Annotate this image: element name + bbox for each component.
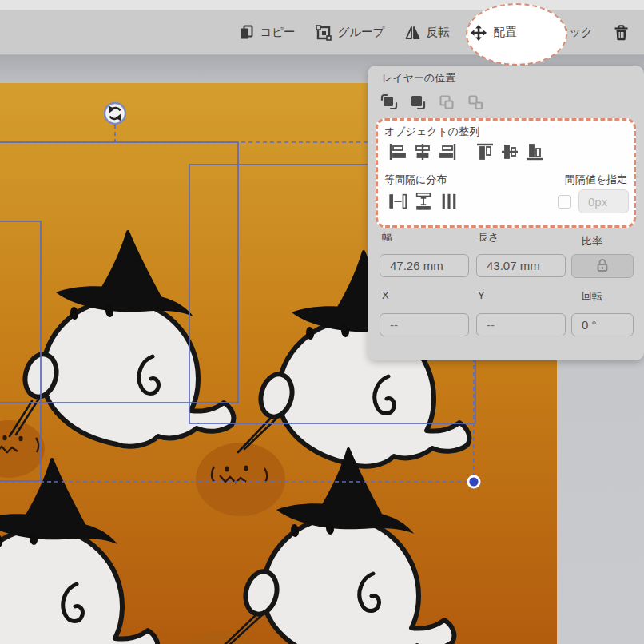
align-bottom-button[interactable] [525,142,544,161]
ratio-lock-button[interactable] [571,254,634,278]
spacing-value-input[interactable] [578,189,629,213]
spacing-title: 間隔値を指定 [565,173,627,187]
flip-icon [405,26,420,40]
ratio-label: 比率 [582,234,602,248]
align-top-button[interactable] [475,142,495,161]
group-button[interactable]: グループ [305,17,395,49]
distribute-header-row: 等間隔に分布 間隔値を指定 [384,173,627,187]
bring-to-front-button[interactable] [380,93,399,112]
bring-forward-button[interactable] [408,93,427,112]
coach-mark-pointer [500,46,523,66]
height-input[interactable] [476,254,566,277]
distribute-horizontal-button[interactable] [388,192,407,211]
resize-handle-dot[interactable] [467,475,481,489]
arrange-label: 配置 [493,25,516,40]
distribute-vertical-button[interactable] [414,192,433,211]
arrange-panel: レイヤーの位置 オブジェクトの整列 等間隔に分布 間隔値を指定 [368,66,644,360]
group-label: グループ [337,25,384,40]
align-right-button[interactable] [438,142,457,161]
x-label: X [382,289,389,301]
distribute-columns-button[interactable] [439,192,459,211]
toolbar-buttons: コピー グループ 反転 配置 ロック [229,10,639,54]
y-label: Y [478,289,485,301]
rotation-label: 回転 [582,289,602,304]
distribute-buttons [388,192,459,211]
spacing-checkbox[interactable] [558,195,571,209]
group-icon [316,25,332,41]
rotate-handle[interactable] [105,103,125,124]
arrange-button[interactable]: 配置 [459,17,527,49]
copy-icon [239,25,254,40]
copy-label: コピー [260,25,295,40]
rotation-input[interactable] [571,313,634,336]
layer-order-buttons [380,93,485,112]
alignment-buttons [388,142,550,161]
flip-label: 反転 [426,25,449,40]
align-middle-vertical-button[interactable] [500,142,519,161]
ratio-lock-icon [596,258,609,275]
align-left-button[interactable] [388,142,407,161]
app-root: { "toolbar": { "items": [ {"label": "コピー… [0,0,644,644]
x-input[interactable] [380,313,469,336]
spacing-controls [558,189,629,213]
y-input[interactable] [476,313,566,336]
delete-button[interactable] [603,17,639,49]
send-backward-button[interactable] [437,93,456,112]
move-arrange-icon [470,24,487,42]
width-input[interactable] [380,254,469,277]
align-section-title: オブジェクトの整列 [384,125,479,139]
align-center-horizontal-button[interactable] [413,142,432,161]
layer-position-title: レイヤーの位置 [382,71,455,85]
flip-button[interactable]: 反転 [395,17,459,49]
height-label: 長さ [478,230,499,244]
alignment-highlight-box: オブジェクトの整列 等間隔に分布 間隔値を指定 [376,118,636,228]
pumpkin-center [196,443,285,516]
width-label: 幅 [382,230,392,244]
send-to-back-button[interactable] [466,93,485,112]
copy-button[interactable]: コピー [229,17,305,49]
trash-icon [614,25,629,41]
distribute-title: 等間隔に分布 [384,173,447,187]
